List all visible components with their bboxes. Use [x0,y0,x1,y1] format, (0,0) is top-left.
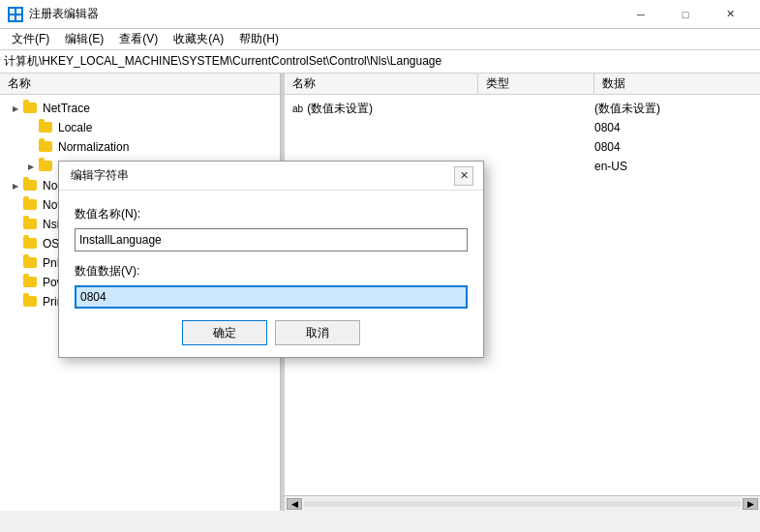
svg-rect-0 [10,9,15,14]
menu-bar: 文件(F) 编辑(E) 查看(V) 收藏夹(A) 帮助(H) [0,29,760,50]
folder-icon-sorting [39,159,54,174]
menu-edit[interactable]: 编辑(E) [57,29,111,50]
reg-item-0: ab (数值未设置) (数值未设置) [285,99,760,118]
expand-icon-nodeinterfaces[interactable]: ▶ [8,178,23,193]
dialog-title-bar: 编辑字符串 ✕ [59,162,483,191]
menu-file[interactable]: 文件(F) [4,29,57,50]
confirm-button[interactable]: 确定 [182,320,267,345]
expand-icon-pnp: ▶ [8,255,23,271]
menu-view[interactable]: 查看(V) [111,29,166,50]
value-label: 数值数据(V): [75,263,468,280]
col-header-data: 数据 [594,74,760,95]
menu-favorites[interactable]: 收藏夹(A) [166,29,231,50]
right-header: 名称 类型 数据 [285,74,760,95]
right-scroll-track [304,501,741,507]
folder-icon-normalization [39,139,54,155]
address-text: 计算机\HKEY_LOCAL_MACHINE\SYSTEM\CurrentCon… [4,53,441,70]
expand-icon-power: ▶ [8,275,23,290]
reg-data-1: 0804 [594,121,621,134]
col-header-name: 名称 [285,74,478,95]
title-bar: 注册表编辑器 ─ □ ✕ [0,0,760,29]
expand-icon-sorting[interactable]: ▶ [23,159,39,174]
expand-icon-notifications: ▶ [8,197,23,213]
title-bar-left: 注册表编辑器 [8,6,99,22]
main-area: 名称 ▶ NetTrace ▶ Locale ▶ Normalization ▶ [0,74,760,511]
right-scroll-right[interactable]: ▶ [743,498,758,510]
expand-icon-osextensiondatabase: ▶ [8,236,23,251]
tree-header: 名称 [0,74,280,95]
reg-name-0: (数值未设置) [307,101,373,117]
folder-icon-locale [39,120,54,135]
tree-item-locale[interactable]: ▶ Locale [0,118,280,137]
folder-icon-print [23,294,39,310]
reg-item-2: 0804 [285,137,760,157]
menu-help[interactable]: 帮助(H) [231,29,287,50]
expand-icon-locale: ▶ [23,120,39,135]
folder-icon-pnp [23,255,39,271]
expand-icon-normalization: ▶ [23,139,39,155]
name-input[interactable] [75,228,468,251]
tree-label-nettrace: NetTrace [43,102,90,115]
app-icon [8,7,23,22]
folder-icon-nodeinterfaces [23,178,39,193]
value-input[interactable] [75,285,468,309]
close-button[interactable]: ✕ [708,0,752,29]
reg-icon-0: ab [292,103,303,114]
expand-icon-nettrace[interactable]: ▶ [8,101,23,116]
dialog-buttons: 确定 取消 [75,320,468,345]
reg-data-0: (数值未设置) [594,102,660,115]
svg-rect-2 [10,15,15,20]
folder-icon-osextensiondatabase [23,236,39,251]
svg-rect-3 [16,15,21,20]
folder-icon-notifications [23,197,39,213]
tree-item-normalization[interactable]: ▶ Normalization [0,137,280,157]
value-input-wrapper [75,285,468,309]
svg-rect-1 [16,9,21,14]
dialog-title: 编辑字符串 [71,167,129,184]
folder-icon [23,101,39,116]
name-label: 数值名称(N): [75,206,468,222]
reg-item-1: 0804 [285,118,760,137]
dialog-close-button[interactable]: ✕ [454,166,473,186]
address-bar: 计算机\HKEY_LOCAL_MACHINE\SYSTEM\CurrentCon… [0,50,760,74]
right-scroll-left[interactable]: ◀ [287,498,302,510]
dialog-body: 数值名称(N): 数值数据(V): 确定 取消 [59,191,483,357]
window-title: 注册表编辑器 [29,6,99,22]
tree-header-label: 名称 [8,75,31,92]
reg-data-3: en-US [594,160,627,173]
cancel-button[interactable]: 取消 [275,320,360,345]
tree-label-locale: Locale [58,121,92,134]
expand-icon-print: ▶ [8,294,23,310]
tree-label-normalization: Normalization [58,140,129,154]
folder-icon-power [23,275,39,290]
folder-icon-nsi [23,217,39,232]
right-scrollbar-h[interactable]: ◀ ▶ [285,495,760,511]
expand-icon-nsi: ▶ [8,217,23,232]
col-header-type: 类型 [478,74,594,95]
reg-data-2: 0804 [594,140,621,154]
window-controls: ─ □ ✕ [619,0,752,29]
tree-label-nsi: Nsi [43,218,59,231]
minimize-button[interactable]: ─ [619,0,663,29]
edit-string-dialog: 编辑字符串 ✕ 数值名称(N): 数值数据(V): 确定 取消 [58,161,484,358]
tree-item-nettrace[interactable]: ▶ NetTrace [0,99,280,118]
maximize-button[interactable]: □ [663,0,708,29]
